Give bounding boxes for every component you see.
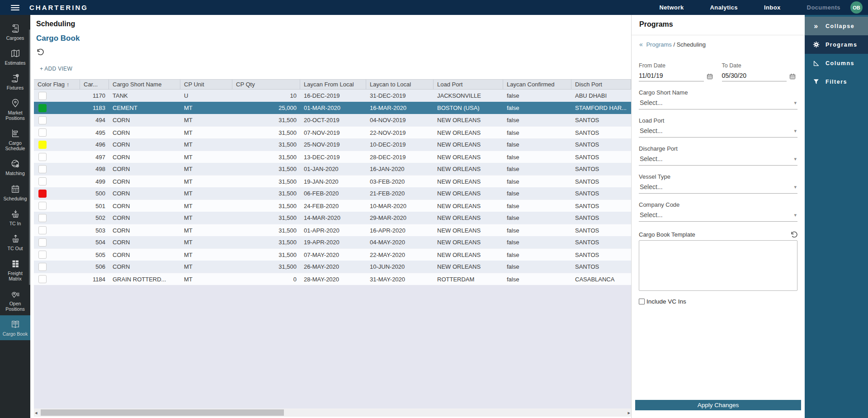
sidebar-item-estimates[interactable]: Estimates <box>0 44 30 69</box>
color-flag-none[interactable] <box>38 177 47 185</box>
table-row[interactable]: 494CORNMT31,50020-OCT-201904-NOV-2019NEW… <box>34 114 631 126</box>
table-row[interactable]: 502CORNMT31,50014-MAR-202029-MAR-2020NEW… <box>34 212 631 224</box>
to-date-input[interactable]: 05/30/20 <box>722 70 787 81</box>
vessel-type-select[interactable]: Select... ▾ <box>639 180 797 194</box>
template-undo-icon[interactable] <box>790 231 797 238</box>
breadcrumb-back-icon[interactable]: « <box>639 41 643 48</box>
color-flag-cell[interactable] <box>34 128 80 137</box>
from-date-input[interactable]: 11/01/19 <box>639 70 704 81</box>
rightbar-item-collapse[interactable]: » Collapse <box>805 17 868 35</box>
table-row[interactable]: 506CORNMT31,50026-MAY-202010-JUN-2020NEW… <box>34 261 631 273</box>
discharge-port-select[interactable]: Select... ▾ <box>639 152 797 166</box>
color-flag-cell[interactable] <box>34 251 80 259</box>
color-flag-none[interactable] <box>38 263 47 271</box>
color-flag-none[interactable] <box>38 226 47 234</box>
company-code-select[interactable]: Select... ▾ <box>639 208 797 222</box>
color-flag-cell[interactable] <box>34 177 80 185</box>
color-flag-none[interactable] <box>38 214 47 222</box>
table-row[interactable]: 504CORNMT31,50019-APR-202004-MAY-2020NEW… <box>34 236 631 248</box>
color-flag-none[interactable] <box>38 116 47 124</box>
rightbar-item-columns[interactable]: Columns <box>805 54 868 72</box>
table-row[interactable]: 503CORNMT31,50001-APR-202016-APR-2020NEW… <box>34 224 631 236</box>
color-flag-cell[interactable] <box>34 116 80 124</box>
load-port-select[interactable]: Select... ▾ <box>639 124 797 138</box>
color-flag-none[interactable] <box>38 275 47 283</box>
cargo-book-template-input[interactable] <box>639 240 797 291</box>
table-row[interactable]: 497CORNMT31,50013-DEC-201928-DEC-2019NEW… <box>34 151 631 163</box>
sidebar-item-freight-matrix[interactable]: Freight Matrix <box>0 255 30 285</box>
table-row[interactable]: 501CORNMT31,50024-FEB-202010-MAR-2020NEW… <box>34 200 631 212</box>
color-flag-cell[interactable] <box>34 226 80 234</box>
apply-changes-button[interactable]: Apply Changes <box>635 400 801 410</box>
color-flag-cell[interactable] <box>34 275 80 283</box>
rightbar-item-programs[interactable]: Programs <box>805 35 868 54</box>
horizontal-scrollbar[interactable]: ◂ ▸ <box>34 408 631 417</box>
color-flag-cell[interactable] <box>34 104 80 112</box>
table-row[interactable]: 500CORNMT31,50006-FEB-202021-FEB-2020NEW… <box>34 187 631 200</box>
include-vc-ins-checkbox[interactable] <box>639 299 645 304</box>
sidebar-item-fixtures[interactable]: Fixtures <box>0 69 30 94</box>
color-flag-cell[interactable] <box>34 190 80 198</box>
color-flag-cell[interactable] <box>34 202 80 210</box>
scrollbar-thumb[interactable] <box>41 409 284 416</box>
table-row[interactable]: 1184GRAIN ROTTERD...MT028-MAY-202031-MAY… <box>34 273 631 285</box>
scroll-left-arrow-icon[interactable]: ◂ <box>35 408 38 417</box>
include-vc-ins-row[interactable]: Include VC Ins <box>639 298 797 305</box>
color-flag-green[interactable] <box>38 104 47 112</box>
sidebar-item-tc-out[interactable]: TC Out <box>0 230 30 255</box>
sidebar-item-cargoes[interactable]: Cargoes <box>0 19 30 44</box>
table-row[interactable]: 499CORNMT31,50019-JAN-202003-FEB-2020NEW… <box>34 175 631 187</box>
column-header-disch[interactable]: Disch Port <box>571 80 631 89</box>
nav-network[interactable]: Network <box>659 4 684 11</box>
avatar[interactable]: OB <box>850 1 863 14</box>
rightbar-item-filters[interactable]: Filters <box>805 72 868 91</box>
color-flag-yellow[interactable] <box>38 141 47 149</box>
sidebar-item-cargo-book[interactable]: Cargo Book <box>0 315 30 340</box>
sidebar-item-market-positions[interactable]: Market Positions <box>0 94 30 124</box>
color-flag-none[interactable] <box>38 251 47 259</box>
table-row[interactable]: 495CORNMT31,50007-NOV-201922-NOV-2019NEW… <box>34 126 631 138</box>
column-header-load[interactable]: Load Port <box>434 80 503 89</box>
color-flag-cell[interactable] <box>34 153 80 161</box>
sidebar-item-scheduling[interactable]: Scheduling <box>0 180 30 205</box>
table-row[interactable]: 496CORNMT31,50025-NOV-201910-DEC-2019NEW… <box>34 138 631 151</box>
menu-icon[interactable] <box>11 4 19 12</box>
undo-icon[interactable] <box>36 48 44 56</box>
column-header-confirmed[interactable]: Laycan Confirmed <box>503 80 571 89</box>
breadcrumb-link[interactable]: Programs <box>646 41 671 48</box>
sidebar-item-matching[interactable]: Matching <box>0 155 30 180</box>
color-flag-none[interactable] <box>38 92 47 100</box>
calendar-icon[interactable] <box>789 73 796 80</box>
color-flag-cell[interactable] <box>34 214 80 222</box>
color-flag-none[interactable] <box>38 202 47 210</box>
column-header-cargo[interactable]: Cargo Short Name <box>109 80 180 89</box>
table-row[interactable]: 1183CEMENTMT25,00001-MAR-202016-MAR-2020… <box>34 102 631 114</box>
column-header-to[interactable]: Laycan to Local <box>366 80 434 89</box>
column-header-qty[interactable]: CP Qty <box>232 80 300 89</box>
add-view-button[interactable]: + ADD VIEW <box>40 66 72 72</box>
nav-inbox[interactable]: Inbox <box>764 4 781 11</box>
color-flag-cell[interactable] <box>34 165 80 173</box>
color-flag-cell[interactable] <box>34 263 80 271</box>
column-header-id[interactable]: Car... <box>80 80 109 89</box>
table-row[interactable]: 1170TANKU1016-DEC-201931-DEC-2019JACKSON… <box>34 90 631 102</box>
cargo-short-name-select[interactable]: Select... ▾ <box>639 96 797 109</box>
color-flag-none[interactable] <box>38 165 47 173</box>
color-flag-none[interactable] <box>38 128 47 137</box>
column-header-flag[interactable]: Color Flag↑ <box>34 80 80 89</box>
table-row[interactable]: 505CORNMT31,50007-MAY-202022-MAY-2020NEW… <box>34 248 631 261</box>
column-header-from[interactable]: Laycan From Local <box>300 80 366 89</box>
color-flag-cell[interactable] <box>34 92 80 100</box>
sidebar-item-open-positions[interactable]: Open Positions <box>0 285 30 315</box>
nav-analytics[interactable]: Analytics <box>710 4 738 11</box>
color-flag-none[interactable] <box>38 153 47 161</box>
calendar-icon[interactable] <box>707 73 713 80</box>
sidebar-item-tc-in[interactable]: TC In <box>0 205 30 230</box>
sidebar-item-cargo-schedule[interactable]: Cargo Schedule <box>0 124 30 155</box>
table-row[interactable]: 498CORNMT31,50001-JAN-202016-JAN-2020NEW… <box>34 163 631 175</box>
color-flag-none[interactable] <box>38 238 47 247</box>
color-flag-red[interactable] <box>38 190 47 198</box>
scroll-right-arrow-icon[interactable]: ▸ <box>627 408 630 417</box>
color-flag-cell[interactable] <box>34 141 80 149</box>
column-header-unit[interactable]: CP Unit <box>180 80 232 89</box>
